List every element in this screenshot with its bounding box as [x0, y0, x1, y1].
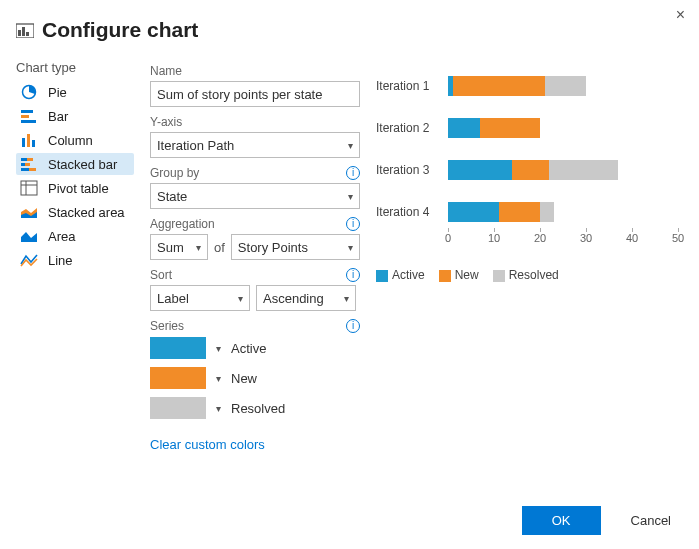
chart-type-area[interactable]: Area: [16, 225, 134, 247]
chart-type-label: Chart type: [16, 60, 134, 75]
sort-by-value: Label: [157, 291, 189, 306]
legend-swatch: [376, 270, 388, 282]
svg-rect-1: [18, 30, 21, 36]
groupby-label: Group by: [150, 166, 199, 180]
chevron-down-icon[interactable]: ▾: [216, 373, 221, 384]
chart-type-list: PieBarColumnStacked barPivot tableStacke…: [16, 81, 134, 271]
svg-rect-17: [21, 181, 37, 195]
chart-type-label: Line: [48, 253, 73, 268]
stacked-bar-icon: [20, 156, 40, 172]
chart-type-label: Stacked bar: [48, 157, 117, 172]
stacked-area-icon: [20, 204, 40, 220]
aggregation-field-value: Story Points: [238, 240, 308, 255]
series-name: Active: [231, 341, 266, 356]
bar-segment: [549, 160, 618, 180]
series-name: Resolved: [231, 401, 285, 416]
chevron-down-icon[interactable]: ▾: [216, 403, 221, 414]
bar-icon: [20, 108, 40, 124]
sort-dir-select[interactable]: Ascending▾: [256, 285, 356, 311]
chart-type-label: Bar: [48, 109, 68, 124]
yaxis-value: Iteration Path: [157, 138, 234, 153]
bar-segment: [512, 160, 549, 180]
axis-tick-label: 0: [445, 232, 451, 244]
chart-bar-row: Iteration 1: [376, 76, 681, 96]
bar-track: [448, 76, 678, 96]
bar-category-label: Iteration 1: [376, 79, 442, 93]
chart-type-pivot-table[interactable]: Pivot table: [16, 177, 134, 199]
chart-type-label: Column: [48, 133, 93, 148]
svg-rect-9: [27, 134, 30, 147]
svg-rect-13: [21, 163, 25, 166]
chevron-down-icon: ▾: [348, 242, 353, 253]
chart-type-column[interactable]: Column: [16, 129, 134, 151]
yaxis-select[interactable]: Iteration Path▾: [150, 132, 360, 158]
aggregation-label: Aggregation: [150, 217, 215, 231]
sort-by-select[interactable]: Label▾: [150, 285, 250, 311]
sort-label: Sort: [150, 268, 172, 282]
legend-swatch: [439, 270, 451, 282]
cancel-button[interactable]: Cancel: [625, 512, 677, 529]
bar-segment: [448, 160, 512, 180]
chevron-down-icon: ▾: [348, 191, 353, 202]
svg-rect-3: [26, 32, 29, 36]
series-color-swatch[interactable]: [150, 397, 206, 419]
groupby-value: State: [157, 189, 187, 204]
info-icon[interactable]: i: [346, 166, 360, 180]
bar-category-label: Iteration 4: [376, 205, 442, 219]
chevron-down-icon: ▾: [238, 293, 243, 304]
legend-item: Active: [376, 268, 425, 282]
series-item: ▾Active: [150, 337, 360, 359]
chart-bar-row: Iteration 2: [376, 118, 681, 138]
chart-type-label: Pivot table: [48, 181, 109, 196]
info-icon[interactable]: i: [346, 319, 360, 333]
groupby-select[interactable]: State▾: [150, 183, 360, 209]
svg-rect-2: [22, 27, 25, 36]
chart-config-icon: [16, 22, 34, 38]
svg-rect-5: [21, 110, 33, 113]
axis-tick-label: 30: [580, 232, 592, 244]
svg-rect-16: [29, 168, 36, 171]
aggregation-field-select[interactable]: Story Points▾: [231, 234, 360, 260]
chart-type-bar[interactable]: Bar: [16, 105, 134, 127]
chart-bar-row: Iteration 3: [376, 160, 681, 180]
svg-rect-15: [21, 168, 29, 171]
series-list: ▾Active▾New▾Resolved: [150, 337, 360, 419]
svg-rect-14: [25, 163, 30, 166]
series-color-swatch[interactable]: [150, 337, 206, 359]
chart-type-label: Area: [48, 229, 75, 244]
info-icon[interactable]: i: [346, 268, 360, 282]
clear-custom-colors-link[interactable]: Clear custom colors: [150, 437, 265, 452]
name-input[interactable]: [150, 81, 360, 107]
chart-bar-row: Iteration 4: [376, 202, 681, 222]
dialog-title: Configure chart: [42, 18, 198, 42]
pivot-table-icon: [20, 180, 40, 196]
yaxis-label: Y-axis: [150, 115, 182, 129]
bar-track: [448, 118, 678, 138]
chevron-down-icon: ▾: [196, 242, 201, 253]
series-label: Series: [150, 319, 184, 333]
line-icon: [20, 252, 40, 268]
chevron-down-icon[interactable]: ▾: [216, 343, 221, 354]
bar-track: [448, 160, 678, 180]
chart-type-stacked-area[interactable]: Stacked area: [16, 201, 134, 223]
column-icon: [20, 132, 40, 148]
aggregation-func-select[interactable]: Sum▾: [150, 234, 208, 260]
chevron-down-icon: ▾: [348, 140, 353, 151]
svg-rect-11: [21, 158, 27, 161]
chart-type-stacked-bar[interactable]: Stacked bar: [16, 153, 134, 175]
aggregation-func-value: Sum: [157, 240, 184, 255]
bar-segment: [448, 202, 499, 222]
pie-icon: [20, 84, 40, 100]
close-icon[interactable]: ×: [676, 6, 685, 24]
bar-segment: [453, 76, 545, 96]
dialog-header: Configure chart: [16, 18, 683, 42]
bar-category-label: Iteration 2: [376, 121, 442, 135]
chart-type-line[interactable]: Line: [16, 249, 134, 271]
axis-tick-label: 10: [488, 232, 500, 244]
chart-type-label: Stacked area: [48, 205, 125, 220]
bar-segment: [448, 118, 480, 138]
chart-type-pie[interactable]: Pie: [16, 81, 134, 103]
info-icon[interactable]: i: [346, 217, 360, 231]
series-color-swatch[interactable]: [150, 367, 206, 389]
ok-button[interactable]: OK: [522, 506, 601, 535]
